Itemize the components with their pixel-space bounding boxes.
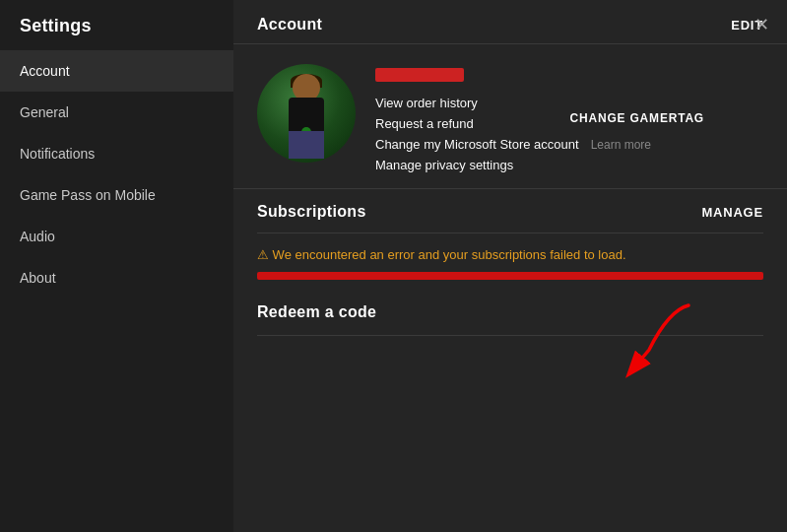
redeem-header: Redeem a code [257, 290, 763, 336]
avatar-pants [289, 131, 324, 159]
error-progress-bar [257, 272, 763, 280]
gamertag-redacted [375, 68, 464, 82]
sidebar-item-game-pass-mobile[interactable]: Game Pass on Mobile [0, 174, 233, 216]
redeem-title: Redeem a code [257, 303, 376, 321]
sidebar-item-general[interactable]: General [0, 92, 233, 133]
profile-info: View order history Request a refund Chan… [375, 64, 763, 172]
sidebar-item-audio[interactable]: Audio [0, 216, 233, 257]
sidebar: Settings Account General Notifications G… [0, 0, 233, 532]
subscriptions-error-box: ⚠ We encountered an error and your subsc… [257, 233, 763, 290]
profile-area: View order history Request a refund Chan… [233, 44, 787, 189]
sidebar-item-notifications[interactable]: Notifications [0, 133, 233, 174]
change-ms-account-link[interactable]: Change my Microsoft Store account [375, 137, 579, 152]
sidebar-item-label: Notifications [20, 146, 95, 162]
profile-links: View order history Request a refund Chan… [375, 96, 651, 172]
sidebar-item-account[interactable]: Account [0, 50, 233, 92]
redeem-section: Redeem a code [233, 290, 787, 336]
sidebar-item-label: About [20, 270, 56, 286]
manage-button[interactable]: MANAGE [701, 205, 763, 220]
account-title: Account [257, 16, 322, 33]
change-gamertag-button[interactable]: CHANGE GAMERTAG [570, 111, 724, 125]
sidebar-item-label: General [20, 104, 69, 120]
avatar-body [289, 98, 324, 135]
learn-more-link[interactable]: Learn more [591, 138, 651, 152]
avatar-figure [272, 74, 341, 163]
error-message-text: ⚠ We encountered an error and your subsc… [257, 247, 626, 262]
close-button[interactable]: ✕ [749, 10, 775, 39]
view-order-history-link[interactable]: View order history [375, 96, 651, 110]
manage-privacy-link[interactable]: Manage privacy settings [375, 158, 651, 172]
account-header: Account EDIT [233, 0, 787, 44]
change-ms-account-row: Change my Microsoft Store account Learn … [375, 137, 651, 152]
sidebar-title: Settings [0, 0, 233, 50]
sidebar-item-label: Audio [20, 229, 55, 244]
avatar [257, 64, 356, 163]
main-content: ✕ Account EDIT View order history [233, 0, 787, 532]
subscriptions-title: Subscriptions [257, 203, 366, 221]
subscriptions-section: Subscriptions MANAGE ⚠ We encountered an… [233, 189, 787, 290]
sidebar-item-label: Game Pass on Mobile [20, 187, 156, 203]
sidebar-item-label: Account [20, 63, 70, 79]
sidebar-item-about[interactable]: About [0, 257, 233, 299]
subscriptions-error-message: ⚠ We encountered an error and your subsc… [257, 247, 763, 262]
subscriptions-header: Subscriptions MANAGE [257, 189, 763, 233]
